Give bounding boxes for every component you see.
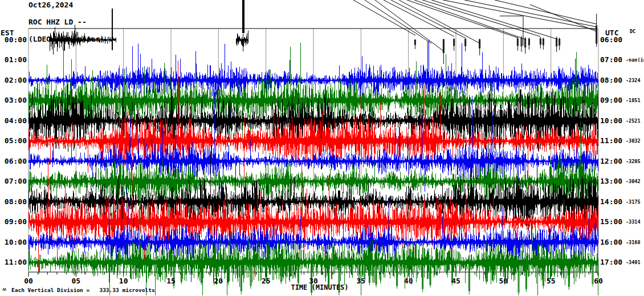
x-tick-label: 00 (24, 277, 33, 285)
row-value-dc: -3491 (626, 259, 641, 265)
x-tick-label: 35 (357, 277, 366, 285)
x-tick-label: 50 (499, 277, 508, 285)
x-tick-label: 15 (166, 277, 176, 285)
x-tick-label: 25 (262, 277, 271, 285)
row-label-utc: 17:00 (600, 258, 622, 266)
row-value-dc: -3168 (626, 240, 641, 245)
x-tick-label: 55 (547, 277, 556, 285)
x-tick-label: 60 (594, 277, 603, 285)
x-tick-label: 20 (214, 277, 223, 285)
row-label-utc: 09:00 (600, 96, 622, 104)
row-label-utc: 14:00 (600, 198, 622, 206)
row-label-est: 05:00 (4, 137, 27, 145)
row-label-utc: 06:00 (600, 36, 622, 44)
x-tick-label: 40 (404, 277, 413, 285)
row-label-est: 00:00 (4, 36, 27, 44)
row-label-utc: 10:00 (600, 117, 622, 125)
row-value-dc: -3032 (626, 138, 641, 144)
row-label-utc: 13:00 (600, 177, 622, 185)
row-label-est: 01:00 (4, 56, 27, 64)
row-label-est: 08:00 (4, 198, 27, 206)
row-value-dc: -3175 (626, 199, 641, 205)
row-label-est: 09:00 (4, 218, 27, 226)
scale-note: Each Vertical Division = 333.33 microvol… (11, 287, 155, 293)
row-label-est: 11:00 (4, 258, 27, 266)
row-label-est: 10:00 (4, 238, 27, 246)
x-tick-label: 45 (451, 277, 460, 285)
x-tick-label: 05 (72, 277, 81, 285)
x-tick-label: 10 (119, 277, 128, 285)
row-label-utc: 15:00 (600, 218, 622, 226)
row-value-dc: -2324 (626, 78, 641, 83)
row-label-utc: 12:00 (600, 157, 622, 165)
logo-mark: ʍ (2, 286, 6, 292)
row-value-dc: -1851 (626, 98, 641, 103)
row-value-dc: -nan(ind (626, 57, 644, 63)
row-label-est: 07:00 (4, 177, 27, 185)
row-label-utc: 07:00 (600, 56, 622, 64)
row-label-utc: 11:00 (600, 137, 622, 145)
row-value-dc: -3042 (626, 179, 641, 184)
row-value-dc: -2521 (626, 118, 641, 124)
seismogram-plot (0, 0, 644, 296)
row-label-est: 02:00 (4, 76, 27, 84)
x-axis-label: TIME (MINUTES) (291, 283, 348, 291)
row-label-utc: 08:00 (600, 76, 622, 84)
row-label-est: 06:00 (4, 157, 27, 165)
row-label-utc: 16:00 (600, 238, 622, 246)
row-label-est: 04:00 (4, 117, 27, 125)
row-value-dc: -3314 (626, 219, 641, 225)
row-value-dc: -3205 (626, 159, 641, 164)
row-label-est: 03:00 (4, 96, 27, 104)
